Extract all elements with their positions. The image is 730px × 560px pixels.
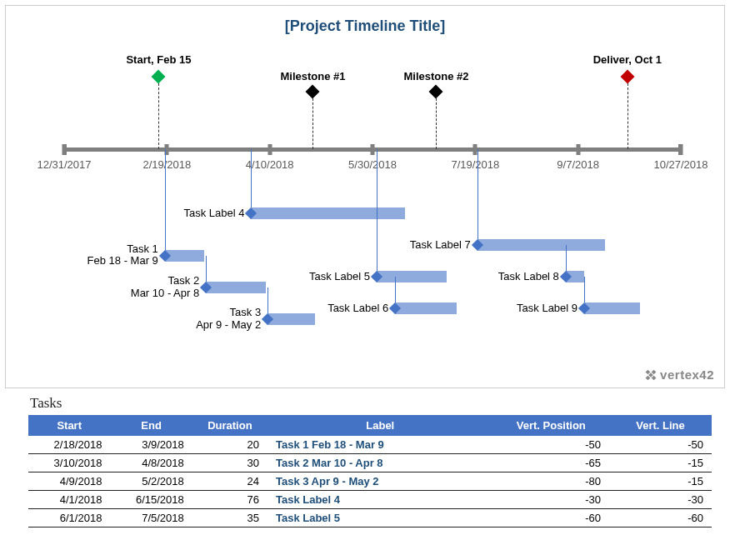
axis-tick-label: 4/10/2018 <box>246 158 294 171</box>
task-label: Task Label 8 <box>498 271 564 283</box>
tick-mark <box>576 144 580 155</box>
tick-mark <box>371 144 375 155</box>
task-bar <box>584 302 640 314</box>
table-cell: 2/18/2018 <box>28 436 110 454</box>
axis-tick-label: 5/30/2018 <box>348 158 397 171</box>
table-row: 6/1/20187/5/201835Task Label 5-60-60 <box>28 509 712 528</box>
milestone-label: Milestone #2 <box>403 70 468 82</box>
table-cell: -15 <box>609 472 712 491</box>
milestone-marker <box>620 70 634 84</box>
table-cell: Task Label 5 <box>268 509 493 528</box>
axis-tick-label: 12/31/2017 <box>37 158 91 171</box>
milestone-label: Milestone #1 <box>280 70 345 82</box>
tick-mark <box>268 144 272 155</box>
tick-mark <box>62 144 67 155</box>
milestone-label: Start, Feb 15 <box>126 53 191 66</box>
axis-tick-label: 9/7/2018 <box>557 158 599 171</box>
table-header: Start <box>28 415 110 436</box>
table-row: 4/9/20185/2/201824Task 3 Apr 9 - May 2-8… <box>28 472 712 491</box>
table-cell: -50 <box>609 436 712 454</box>
table-cell: Task Label 4 <box>268 491 493 509</box>
table-cell: 30 <box>192 454 268 472</box>
milestone-line <box>312 98 313 149</box>
milestone-line <box>628 83 628 149</box>
table-cell: 24 <box>192 472 268 491</box>
milestone-marker <box>152 70 166 84</box>
task-connector <box>251 149 252 213</box>
table-cell: Task 3 Apr 9 - May 2 <box>268 472 493 491</box>
table-cell: 35 <box>192 509 268 528</box>
axis-tick-label: 2/19/2018 <box>142 158 191 171</box>
table-cell: -65 <box>493 454 609 472</box>
table-header: Duration <box>192 415 268 436</box>
vertex42-logo: vertex42 <box>645 368 714 382</box>
milestone-marker <box>429 85 443 99</box>
logo-icon <box>642 367 659 383</box>
logo-text: vertex42 <box>660 368 714 382</box>
table-cell: 4/9/2018 <box>28 472 110 491</box>
task-label: Task Label 7 <box>410 238 476 251</box>
milestone-marker <box>306 85 320 99</box>
table-cell: 6/15/2018 <box>110 491 192 509</box>
tick-mark <box>679 144 683 155</box>
axis-tick-label: 7/19/2018 <box>451 158 499 171</box>
table-cell: 76 <box>192 491 268 509</box>
task-connector <box>377 149 378 277</box>
task-label: Task 1Feb 18 - Mar 9 <box>88 243 163 268</box>
table-cell: 4/1/2018 <box>28 491 110 509</box>
table-cell: -15 <box>609 454 712 472</box>
milestone-label: Deliver, Oct 1 <box>593 53 662 66</box>
table-cell: Task 1 Feb 18 - Mar 9 <box>268 436 493 454</box>
task-label: Task Label 6 <box>328 302 393 315</box>
table-cell: Task 2 Mar 10 - Apr 8 <box>268 454 493 472</box>
table-header: End <box>110 415 192 436</box>
table-cell: 6/1/2018 <box>28 509 110 528</box>
milestone-line <box>436 98 437 149</box>
task-label: Task 2Mar 10 - Apr 8 <box>131 275 204 300</box>
task-bar <box>206 282 266 293</box>
task-label: Task Label 5 <box>309 271 375 283</box>
table-cell: 3/9/2018 <box>110 436 192 454</box>
table-cell: 3/10/2018 <box>28 454 110 472</box>
table-header: Vert. Position <box>493 415 609 436</box>
table-row: 4/1/20186/15/201876Task Label 4-30-30 <box>28 491 712 509</box>
axis-tick-label: 10/27/2018 <box>653 158 708 171</box>
table-cell: -30 <box>609 491 712 509</box>
table-cell: 7/5/2018 <box>110 509 192 528</box>
table-header: Label <box>268 415 493 436</box>
table-cell: 4/8/2018 <box>110 454 192 472</box>
tasks-table: StartEndDurationLabelVert. PositionVert.… <box>28 415 712 528</box>
chart-title: [Project Timeline Title] <box>6 6 724 35</box>
table-header: Vert. Line <box>609 415 712 436</box>
table-cell: 5/2/2018 <box>110 472 192 491</box>
table-cell: -60 <box>493 509 609 528</box>
tasks-heading: Tasks <box>30 395 712 412</box>
task-label: Task Label 9 <box>517 302 582 315</box>
milestone-line <box>158 83 159 149</box>
table-row: 2/18/20183/9/201820Task 1 Feb 18 - Mar 9… <box>28 436 712 454</box>
plot-area: 12/31/20172/19/20184/10/20185/30/20187/1… <box>64 52 681 368</box>
table-cell: -60 <box>609 509 712 528</box>
task-bar <box>377 271 447 282</box>
task-bar <box>395 302 457 314</box>
table-cell: 20 <box>192 436 268 454</box>
table-cell: -80 <box>493 472 609 491</box>
task-bar <box>268 313 315 325</box>
task-bar <box>251 208 405 219</box>
timeline-chart: [Project Timeline Title] 12/31/20172/19/… <box>5 5 725 388</box>
table-row: 3/10/20184/8/201830Task 2 Mar 10 - Apr 8… <box>28 454 712 472</box>
tasks-section: Tasks StartEndDurationLabelVert. Positio… <box>28 395 712 528</box>
task-connector <box>478 149 478 245</box>
table-cell: -30 <box>493 491 609 509</box>
task-bar <box>478 239 605 251</box>
task-label: Task Label 4 <box>183 207 249 219</box>
task-connector <box>165 149 166 256</box>
task-label: Task 3Apr 9 - May 2 <box>196 307 266 332</box>
table-cell: -50 <box>493 436 609 454</box>
